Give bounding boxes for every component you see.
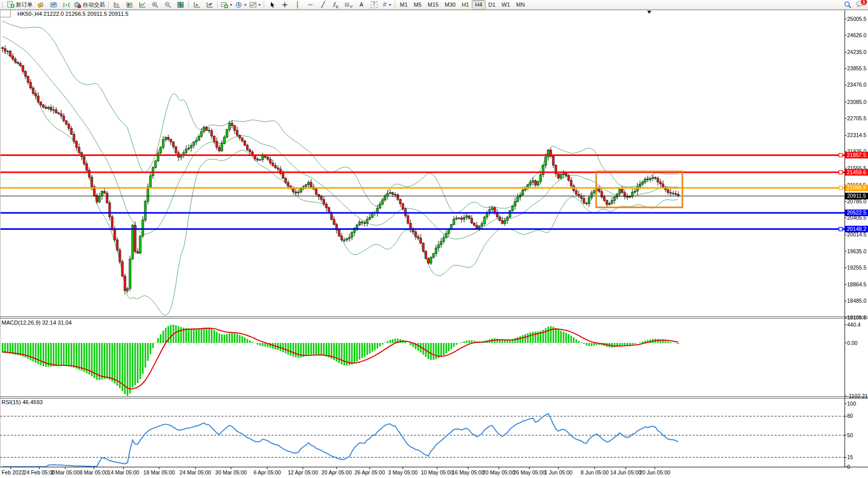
timeframe-mn[interactable]: MN bbox=[513, 0, 528, 10]
fibo-retracement-icon: ⫽ bbox=[333, 2, 335, 8]
time-tick-label: 20 Jun 05:00 bbox=[640, 469, 671, 475]
timeframe-h4[interactable]: H4 bbox=[472, 0, 485, 10]
rsi-axis-label: 100 bbox=[847, 401, 856, 407]
line-chart-type-button[interactable] bbox=[136, 0, 148, 10]
crosshair-button[interactable] bbox=[278, 0, 291, 10]
svg-text:20522.5: 20522.5 bbox=[847, 209, 866, 216]
toolbar-separator bbox=[217, 1, 218, 8]
fibo-expansion-button[interactable]: ▤ F bbox=[342, 0, 355, 10]
chat-button[interactable]: 1 bbox=[856, 1, 864, 9]
bar-chart-type-button[interactable] bbox=[110, 0, 123, 10]
time-tick-label: 26 May 05:00 bbox=[513, 469, 546, 475]
text-tool-icon: A bbox=[360, 2, 363, 8]
fibo-retracement-button[interactable]: ⫽ E bbox=[329, 0, 342, 10]
tile-windows-button[interactable] bbox=[174, 0, 187, 10]
auto-scroll-icon bbox=[193, 2, 200, 8]
time-tick-label: 12 Apr 05:00 bbox=[288, 469, 318, 475]
price-label-21857.5: 21857.5 bbox=[845, 152, 868, 158]
search-icon[interactable] bbox=[844, 1, 852, 9]
trendline-icon: ╱ bbox=[321, 2, 325, 8]
indicators-button[interactable]: ▾ bbox=[248, 0, 262, 10]
dropdown-caret: ▾ bbox=[259, 3, 261, 7]
price-tick-label: 22705.5 bbox=[847, 115, 866, 121]
time-tick-label: 1 Jun 05:00 bbox=[545, 469, 573, 475]
time-tick-label: 10 May 05:00 bbox=[421, 469, 453, 475]
svg-text:20148.2: 20148.2 bbox=[847, 226, 866, 232]
zoom-in-button[interactable] bbox=[148, 0, 161, 10]
candlestick-icon bbox=[126, 2, 133, 8]
timeframe-m30[interactable]: M30 bbox=[442, 0, 458, 10]
autotrading-button[interactable]: 自动交易 bbox=[72, 0, 107, 10]
vertical-line-button[interactable]: │ bbox=[291, 0, 304, 10]
timeframe-w1[interactable]: W1 bbox=[499, 0, 514, 10]
rsi-axis-label: 0 bbox=[847, 464, 850, 470]
candlestick-type-button[interactable] bbox=[123, 0, 136, 10]
zoom-out-icon bbox=[164, 2, 171, 8]
timeframe-m15[interactable]: M15 bbox=[425, 0, 442, 10]
new-chart-button[interactable]: ▾ bbox=[219, 0, 234, 10]
price-tick-label: 18105.5 bbox=[847, 314, 866, 321]
toolbar-separator bbox=[108, 1, 109, 8]
price-tick-label: 22314.5 bbox=[847, 132, 866, 138]
horizontal-line-button[interactable]: ─ bbox=[304, 0, 317, 10]
new-order-button[interactable]: 新订单 bbox=[6, 0, 34, 10]
eraser-button[interactable] bbox=[34, 0, 47, 10]
timeframe-m1[interactable]: M1 bbox=[397, 0, 411, 10]
toolbar-separator bbox=[188, 1, 189, 8]
time-tick-label: 14 Mar 05:00 bbox=[108, 469, 139, 475]
periods-button[interactable]: ▾ bbox=[234, 0, 248, 10]
new-chart-icon bbox=[221, 2, 228, 8]
text-label-button[interactable]: T bbox=[368, 0, 380, 10]
timeframe-h1[interactable]: H1 bbox=[458, 0, 472, 10]
rsi-axis-label: 15 bbox=[847, 454, 853, 460]
time-tick-label: 14 Jun 05:00 bbox=[610, 469, 642, 475]
price-tick-label: 20014.5 bbox=[847, 231, 866, 237]
price-tick-label: 23085.0 bbox=[847, 99, 866, 105]
price-label-20148.2: 20148.2 bbox=[845, 226, 868, 232]
price-tick-label: 24626.0 bbox=[847, 32, 866, 38]
zoom-out-button[interactable] bbox=[161, 0, 174, 10]
new-order-label: 新订单 bbox=[16, 1, 33, 9]
rsi-label: RSI(15) 46.4593 bbox=[2, 399, 43, 405]
signal-button[interactable] bbox=[60, 0, 72, 10]
new-order-icon bbox=[7, 1, 14, 8]
chart-shift-button[interactable] bbox=[203, 0, 216, 10]
time-tick-label: 2 Mar 05:00 bbox=[51, 469, 80, 475]
time-tick-label: 3 May 05:00 bbox=[388, 469, 418, 475]
autotrading-label: 自动交易 bbox=[83, 1, 105, 9]
macd-label: MACD(12,26,9) 32.14 31.04 bbox=[2, 320, 72, 326]
price-tick-label: 18864.5 bbox=[847, 281, 866, 287]
timeframe-d1[interactable]: D1 bbox=[486, 0, 499, 10]
market-watch-button[interactable] bbox=[47, 0, 60, 10]
toolbar-grip[interactable] bbox=[2, 2, 5, 8]
time-tick-label: 20 Apr 05:00 bbox=[321, 469, 352, 475]
price-label-20911.5: 20911.5 bbox=[845, 193, 868, 199]
autotrading-icon bbox=[74, 2, 81, 8]
timeframe-m5[interactable]: M5 bbox=[411, 0, 424, 10]
macd-axis-label: 440.4 bbox=[847, 322, 860, 328]
eraser-icon bbox=[37, 2, 44, 8]
cursor-button[interactable] bbox=[266, 0, 278, 10]
rsi-axis-label: 80 bbox=[847, 413, 853, 419]
dropdown-caret: ▾ bbox=[244, 3, 246, 7]
toolbar-right-cluster: 1 bbox=[844, 1, 867, 9]
svg-text:21099.8: 21099.8 bbox=[847, 184, 866, 191]
time-tick-label: 18 Mar 05:00 bbox=[143, 469, 175, 475]
chart-canvas[interactable]: HK50-,H4 21222.0 21266.5 20911.5 20911.5… bbox=[0, 0, 868, 478]
market-watch-icon bbox=[50, 2, 57, 8]
time-tick-label: 16 May 05:00 bbox=[452, 469, 484, 475]
trendline-button[interactable]: ╱ bbox=[317, 0, 329, 10]
clock-icon bbox=[235, 2, 242, 8]
text-label-icon: T bbox=[371, 1, 377, 8]
fibo-expansion-letter: F bbox=[350, 5, 353, 9]
timeframe-group: M1M5M15M30H1H4D1W1MN bbox=[397, 0, 528, 10]
arrows-button[interactable]: ⇵ ▾ bbox=[380, 0, 393, 10]
price-tick-label: 24235.0 bbox=[847, 49, 866, 55]
price-label-21459.6: 21459.6 bbox=[845, 169, 868, 176]
fibo-expansion-icon: ▤ bbox=[344, 2, 349, 8]
fibo-retracement-letter: E bbox=[336, 5, 339, 9]
rsi-axis-label: 50 bbox=[847, 432, 853, 438]
auto-scroll-button[interactable] bbox=[190, 0, 203, 10]
text-tool-button[interactable]: A bbox=[355, 0, 368, 10]
dropdown-caret: ▾ bbox=[389, 3, 391, 7]
